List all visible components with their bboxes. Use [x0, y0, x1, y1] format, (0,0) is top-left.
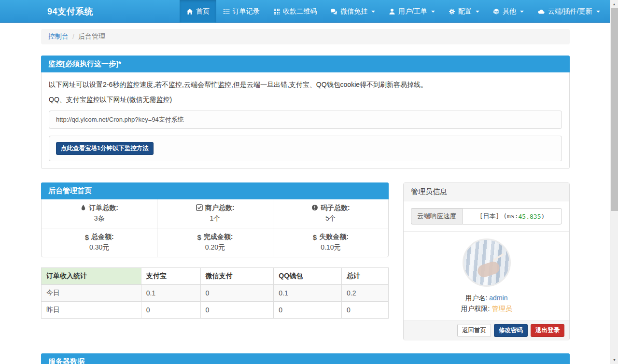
username-link[interactable]: admin: [489, 294, 507, 302]
gear-icon: [449, 8, 455, 15]
breadcrumb-separator: /: [72, 33, 74, 41]
breadcrumb-current: 后台管理: [78, 32, 105, 41]
droplet-icon: [80, 204, 86, 212]
scrollbar-down-arrow[interactable]: ▼: [610, 356, 618, 364]
nav-label: 云端/插件/更新: [548, 7, 592, 16]
user-icon: [389, 8, 395, 15]
table-row-yesterday: 昨日 0 0 0 0: [42, 302, 389, 319]
stat-value: 0.20元: [160, 243, 270, 252]
qrcode-icon: [273, 8, 280, 15]
stat-label: 失败金额:: [319, 233, 349, 241]
stat-order-total: 订单总数: 3条: [42, 199, 157, 228]
scrollbar-thumb[interactable]: [611, 8, 618, 211]
main-nav: 首页 订单记录 收款二维码: [180, 0, 607, 23]
exclamation-circle-icon: [311, 204, 318, 212]
nav-label: 首页: [196, 7, 210, 16]
avatar-image: [464, 240, 509, 285]
username-label: 用户名:: [465, 294, 488, 302]
list-icon: [223, 8, 230, 15]
stat-total-amount: $ 总金额: 0.30元: [42, 228, 157, 257]
monitor-panel-title: 监控[必须执行这一步]*: [41, 56, 570, 72]
chevron-down-icon: [476, 11, 479, 13]
dashboard-panel: 后台管理首页 订单总数: 3条 商户总数:: [41, 182, 389, 257]
cell-alipay: 0.1: [141, 285, 200, 302]
role-line: 用户权限: 管理员: [411, 305, 562, 321]
income-header-title: 订单收入统计: [42, 268, 141, 285]
stat-code-total: 码子总数: 5个: [273, 199, 388, 228]
chevron-down-icon: [596, 11, 600, 13]
dollar-icon: $: [313, 233, 317, 241]
cloud-icon: [537, 8, 545, 15]
admin-panel-footer: 返回首页 修改密码 退出登录: [404, 321, 569, 340]
nav-item-home[interactable]: 首页: [180, 0, 216, 23]
cell-wechat: 0: [200, 285, 274, 302]
income-header-total: 总计: [342, 268, 389, 285]
role-value[interactable]: 管理员: [492, 305, 512, 312]
top-navbar: 94支付系统 首页 订单记录: [0, 0, 610, 23]
username-line: 用户名: admin: [411, 294, 562, 303]
home-icon: [186, 8, 193, 15]
cell-total: 0: [342, 302, 389, 319]
stat-value: 5个: [276, 214, 386, 223]
wechat-comments-icon: [330, 8, 337, 15]
change-password-button[interactable]: 修改密码: [494, 324, 528, 337]
speed-ms-value: 45.835: [519, 213, 541, 220]
admin-panel-title: 管理员信息: [404, 183, 569, 201]
baota-help-well: 点此查看宝塔1分钟以下监控方法: [49, 136, 562, 161]
chevron-down-icon: [431, 11, 435, 13]
stat-label: 总金额:: [91, 233, 114, 241]
cell-alipay: 0: [141, 302, 200, 319]
nav-item-users[interactable]: 用户/工单: [382, 0, 442, 23]
nav-label: 配置: [458, 7, 472, 16]
stat-value: 0.10元: [276, 243, 386, 252]
stat-failed-amount: $ 失败金额: 0.10元: [273, 228, 388, 257]
app-brand[interactable]: 94支付系统: [41, 6, 93, 17]
vertical-scrollbar[interactable]: ▲ ▼: [610, 0, 618, 364]
back-home-button[interactable]: 返回首页: [457, 324, 491, 337]
nav-item-cloud[interactable]: 云端/插件/更新: [531, 0, 607, 23]
breadcrumb-home-link[interactable]: 控制台: [48, 32, 69, 41]
monitor-url-box[interactable]: http://qd.ylcom.net/Cron.php?key=94支付系统: [49, 111, 562, 129]
stats-grid: 订单总数: 3条 商户总数: 1个: [42, 199, 388, 257]
chevron-down-icon: [371, 11, 375, 13]
stat-value: 3条: [44, 214, 154, 223]
stat-label: 订单总数:: [89, 204, 118, 212]
speed-suffix: ): [541, 213, 545, 220]
stat-merchant-total: 商户总数: 1个: [157, 199, 272, 228]
nav-label: 微信免挂: [340, 7, 367, 16]
nav-label: 其他: [503, 7, 516, 16]
row-label: 今日: [42, 285, 141, 302]
cell-total: 0.2: [342, 285, 389, 302]
table-row-today: 今日 0.1 0 0.1 0.2: [42, 285, 389, 302]
stat-value: 1个: [160, 214, 270, 223]
stat-value: 0.30元: [44, 243, 154, 252]
dollar-icon: $: [85, 233, 89, 241]
income-table: 订单收入统计 支付宝 微信支付 QQ钱包 总计 今日 0.1 0 0.1: [41, 267, 389, 319]
nav-item-other[interactable]: 其他: [486, 0, 531, 23]
logout-button[interactable]: 退出登录: [531, 324, 564, 337]
cube-icon: [493, 8, 500, 15]
monitor-panel: 监控[必须执行这一步]* 以下网址可以设置2-6秒的监控速度,若不监控,云端会帮…: [41, 56, 570, 169]
cloud-speed-group: 云端响应速度 [日本] (ms: 45.835 ): [411, 208, 562, 224]
income-header-qq: QQ钱包: [274, 268, 342, 285]
nav-label: 收款二维码: [283, 7, 317, 16]
cloud-speed-label: 云端响应速度: [411, 208, 462, 224]
page: 94支付系统 首页 订单记录: [0, 0, 618, 364]
scrollbar-up-arrow[interactable]: ▲: [610, 0, 618, 8]
check-square-icon: [196, 204, 203, 212]
baota-help-button[interactable]: 点此查看宝塔1分钟以下监控方法: [56, 142, 154, 155]
nav-item-orders[interactable]: 订单记录: [216, 0, 267, 23]
speed-prefix: [日本] (ms:: [479, 212, 519, 221]
cell-qq: 0.1: [274, 285, 342, 302]
stat-label: 码子总数:: [321, 204, 350, 212]
nav-item-config[interactable]: 配置: [442, 0, 486, 23]
stat-label: 完成金额:: [204, 233, 233, 241]
nav-item-wechat[interactable]: 微信免挂: [323, 0, 382, 23]
nav-item-qrcode[interactable]: 收款二维码: [267, 0, 323, 23]
admin-info-panel: 管理员信息 云端响应速度 [日本] (ms: 45.835 ): [403, 182, 570, 340]
cloud-speed-value-field: [日本] (ms: 45.835 ): [462, 208, 562, 224]
income-table-header-row: 订单收入统计 支付宝 微信支付 QQ钱包 总计: [42, 268, 389, 285]
server-data-panel: 服务器数据: [41, 353, 570, 364]
income-header-wechat: 微信支付: [200, 268, 274, 285]
role-label: 用户权限:: [461, 305, 490, 312]
